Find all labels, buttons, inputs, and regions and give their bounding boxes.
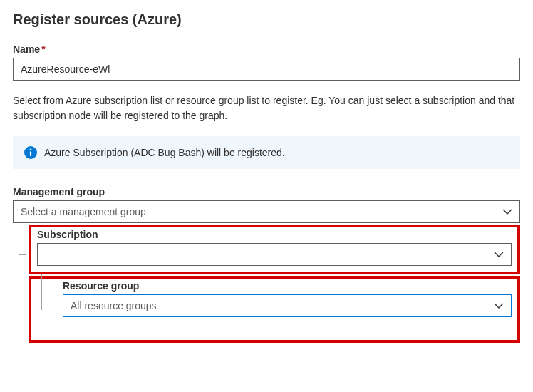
resource-group-highlight: Resource group All resource groups (29, 276, 520, 343)
management-group-label: Management group (13, 186, 520, 197)
resource-group-value: All resource groups (71, 300, 157, 311)
resource-group-dropdown[interactable]: All resource groups (63, 294, 512, 317)
helper-text: Select from Azure subscription list or r… (13, 93, 520, 123)
info-banner-text: Azure Subscription (ADC Bug Bash) will b… (44, 147, 285, 158)
chevron-down-icon (494, 301, 504, 311)
info-icon (24, 146, 37, 159)
management-group-dropdown[interactable]: Select a management group (13, 200, 520, 223)
management-group-value: Select a management group (21, 206, 146, 217)
info-banner: Azure Subscription (ADC Bug Bash) will b… (13, 136, 520, 169)
name-field: Name* (13, 43, 520, 81)
name-label: Name* (13, 43, 520, 55)
svg-rect-2 (30, 151, 31, 156)
svg-point-1 (30, 148, 32, 150)
name-label-text: Name (13, 43, 40, 55)
name-input[interactable] (13, 58, 520, 81)
required-asterisk: * (41, 43, 45, 55)
resource-group-label: Resource group (63, 280, 512, 292)
page-title: Register sources (Azure) (13, 11, 520, 28)
management-group-field: Management group Select a management gro… (13, 186, 520, 343)
subscription-label: Subscription (37, 229, 512, 240)
subscription-dropdown[interactable] (37, 243, 512, 266)
subscription-highlight: Subscription (29, 225, 520, 274)
chevron-down-icon (494, 249, 504, 259)
chevron-down-icon (502, 207, 512, 217)
